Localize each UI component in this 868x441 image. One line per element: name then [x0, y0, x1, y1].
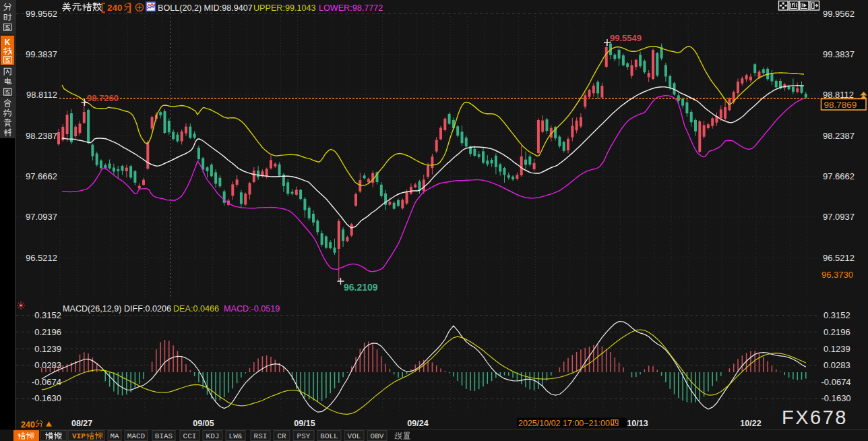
svg-text:CR: CR	[277, 432, 286, 440]
svg-text:PSY: PSY	[297, 432, 311, 440]
svg-text:99.9562: 99.9562	[823, 9, 855, 19]
svg-text:MA: MA	[110, 432, 119, 440]
svg-text:OBV: OBV	[371, 432, 384, 440]
svg-text:0.2196: 0.2196	[824, 327, 850, 337]
svg-text:VIP: VIP	[72, 432, 86, 440]
svg-text:LOWER:98.7772: LOWER:98.7772	[319, 3, 383, 13]
svg-text:DEA:0.0466: DEA:0.0466	[173, 304, 219, 314]
svg-text:-0.1630: -0.1630	[822, 393, 851, 403]
svg-text:98.2387: 98.2387	[26, 131, 57, 141]
svg-text:96.5212: 96.5212	[823, 253, 855, 263]
svg-text:97.6662: 97.6662	[26, 171, 57, 181]
svg-text:96.3730: 96.3730	[822, 270, 853, 280]
svg-text:10/13: 10/13	[627, 419, 648, 428]
svg-text:97.0937: 97.0937	[26, 212, 57, 222]
svg-text:240: 240	[107, 3, 123, 13]
svg-text:0.1239: 0.1239	[34, 344, 61, 354]
svg-text:BOLL(20,2) MID:98.9407: BOLL(20,2) MID:98.9407	[158, 3, 253, 13]
svg-text:09/24: 09/24	[407, 419, 428, 428]
svg-text:2025/10/02 17:00~21:00: 2025/10/02 17:00~21:00	[518, 419, 610, 428]
svg-text:98.2387: 98.2387	[823, 131, 855, 141]
svg-text:0.3152: 0.3152	[34, 310, 61, 320]
svg-text:0.3152: 0.3152	[824, 310, 850, 320]
svg-text:99.9562: 99.9562	[26, 9, 57, 19]
svg-text:98.7869: 98.7869	[824, 100, 857, 110]
svg-text:KDJ: KDJ	[206, 432, 220, 440]
svg-text:09/15: 09/15	[294, 419, 315, 428]
svg-text:99.3837: 99.3837	[823, 49, 855, 59]
svg-text:-0.0674: -0.0674	[822, 377, 851, 387]
svg-text:240: 240	[21, 420, 35, 430]
svg-text:08/27: 08/27	[71, 419, 92, 428]
svg-text:0.0283: 0.0283	[824, 360, 850, 370]
svg-text:98.7260: 98.7260	[87, 93, 119, 103]
svg-text:RSI: RSI	[254, 432, 268, 440]
svg-text:0.2196: 0.2196	[34, 327, 61, 337]
svg-text:96.5212: 96.5212	[26, 253, 57, 263]
svg-text:97.6662: 97.6662	[823, 171, 855, 181]
svg-text:MACD:-0.0519: MACD:-0.0519	[224, 304, 280, 314]
svg-text:UPPER:99.1043: UPPER:99.1043	[253, 3, 315, 13]
svg-text:MACD: MACD	[127, 432, 146, 440]
svg-text:09/05: 09/05	[193, 419, 214, 428]
svg-text:BOLL: BOLL	[320, 432, 338, 440]
svg-text:CCI: CCI	[183, 432, 197, 440]
svg-text:96.2109: 96.2109	[344, 282, 378, 293]
svg-text:-0.0674: -0.0674	[32, 377, 61, 387]
svg-text:97.0937: 97.0937	[823, 212, 855, 222]
svg-text:99.3837: 99.3837	[26, 49, 57, 59]
svg-text:MACD(26,12,9) DIFF:0.0206: MACD(26,12,9) DIFF:0.0206	[63, 304, 171, 314]
svg-text:0.1239: 0.1239	[824, 344, 850, 354]
svg-text:FX678: FX678	[782, 407, 848, 428]
svg-text:-0.1630: -0.1630	[32, 393, 61, 403]
svg-text:LW&: LW&	[229, 432, 243, 440]
svg-text:98.8112: 98.8112	[26, 90, 57, 100]
svg-text:0.0283: 0.0283	[34, 360, 61, 370]
svg-text:10/22: 10/22	[740, 419, 761, 428]
svg-text:K: K	[5, 38, 11, 47]
svg-text:99.5549: 99.5549	[610, 33, 642, 43]
svg-text:BIAS: BIAS	[155, 432, 173, 440]
svg-text:VOL: VOL	[348, 432, 361, 440]
